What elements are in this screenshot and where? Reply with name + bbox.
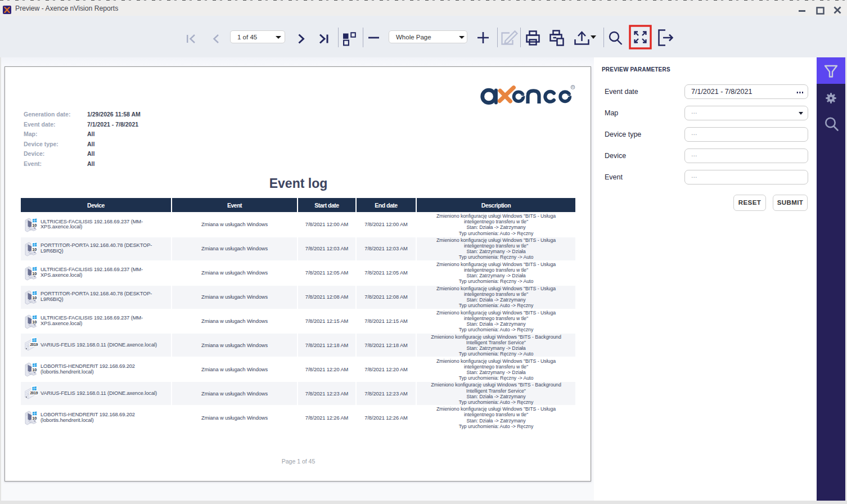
svg-text:R: R bbox=[571, 85, 574, 89]
